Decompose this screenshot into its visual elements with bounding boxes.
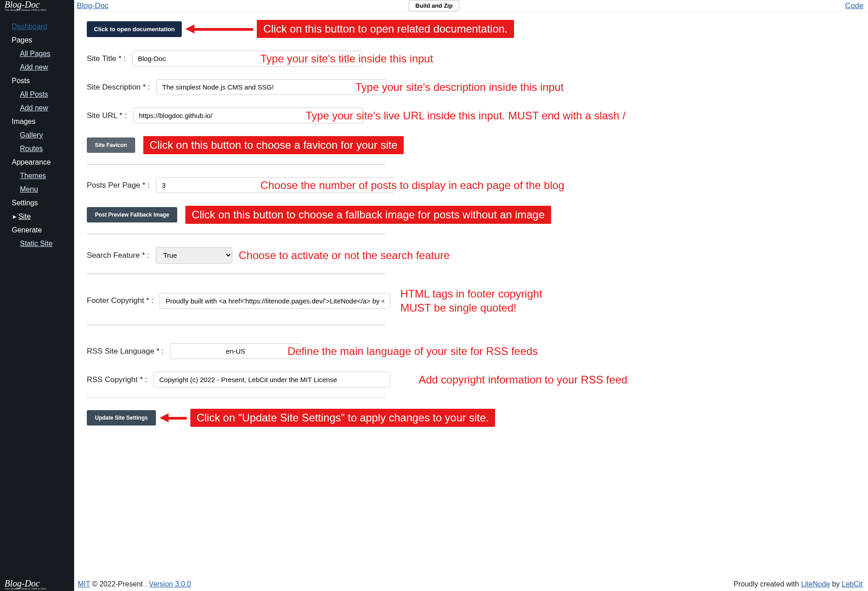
sidebar-posts-add[interactable]: Add new — [0, 101, 74, 115]
arrow-icon — [185, 25, 253, 33]
brand-logo: Blog-Doc The Simplest Node.js CMS & SSG — [0, 0, 74, 12]
update-site-settings-button[interactable]: Update Site Settings — [87, 410, 156, 426]
brand-logo-footer: Blog-Doc The Simplest Node.js CMS & SSG — [0, 577, 74, 591]
sidebar-pages-add[interactable]: Add new — [0, 61, 74, 74]
footer-copyright-text: © 2022-Present . — [90, 580, 149, 588]
sidebar-appearance-heading: Appearance — [0, 156, 74, 169]
site-title-label: Site Title * : — [87, 54, 126, 63]
divider — [87, 234, 385, 234]
build-zip-button[interactable]: Build and Zip — [409, 0, 459, 11]
rss-copyright-label: RSS Copyright * : — [87, 375, 147, 384]
sidebar-dashboard[interactable]: Dashboard — [0, 20, 74, 33]
sidebar-pages-heading: Pages — [0, 33, 74, 47]
annotation-favicon: Click on this button to choose a favicon… — [143, 136, 404, 154]
sidebar-images-heading: Images — [0, 115, 74, 128]
brand-subtitle: The Simplest Node.js CMS & SSG — [5, 587, 46, 590]
code-link[interactable]: Code — [845, 1, 863, 10]
divider — [87, 325, 385, 325]
site-url-label: Site URL * : — [87, 111, 127, 120]
annotation-site-title: Type your site's title inside this input — [260, 52, 433, 65]
sidebar-all-pages[interactable]: All Pages — [0, 47, 74, 61]
sidebar-site[interactable]: Site — [0, 210, 74, 223]
sidebar-all-posts[interactable]: All Posts — [0, 88, 74, 101]
annotation-rss-copy: Add copyright information to your RSS fe… — [419, 374, 627, 386]
brand-subtitle: The Simplest Node.js CMS & SSG — [5, 9, 46, 11]
brand-title: Blog-Doc — [5, 0, 40, 9]
annotation-site-url: Type your site's live URL inside this in… — [306, 109, 626, 122]
sidebar-themes[interactable]: Themes — [0, 169, 74, 183]
posts-per-page-label: Posts Per Page * : — [87, 181, 150, 190]
rss-language-input[interactable] — [170, 343, 301, 359]
sidebar-generate-heading: Generate — [0, 223, 74, 237]
annotation-open-doc: Click on this button to open related doc… — [257, 20, 514, 38]
site-description-label: Site Description * : — [87, 83, 150, 92]
brand-title: Blog-Doc — [5, 578, 40, 588]
footer-copyright-input[interactable] — [160, 293, 390, 309]
lebcit-link[interactable]: LebCit — [842, 580, 863, 588]
litenode-link[interactable]: LiteNode — [801, 580, 830, 588]
footer-by: by — [830, 580, 842, 588]
footer-credit-prefix: Proudly created with — [734, 580, 801, 588]
sidebar-routes[interactable]: Routes — [0, 142, 74, 156]
site-description-input[interactable] — [156, 79, 387, 95]
sidebar: Dashboard Pages All Pages Add new Posts … — [0, 12, 74, 577]
sidebar-menu[interactable]: Menu — [0, 183, 74, 196]
annotation-footer: HTML tags in footer copyright MUST be si… — [400, 287, 554, 315]
sidebar-gallery[interactable]: Gallery — [0, 128, 74, 142]
version-link[interactable]: Version 3.0.0 — [149, 580, 191, 588]
annotation-ppp: Choose the number of posts to display in… — [260, 179, 564, 192]
sidebar-posts-heading: Posts — [0, 74, 74, 88]
mit-link[interactable]: MIT — [78, 580, 90, 588]
divider — [87, 274, 385, 274]
rss-copyright-input[interactable] — [153, 372, 390, 388]
site-link[interactable]: Blog-Doc — [77, 1, 108, 10]
open-documentation-button[interactable]: Click to open documentation — [87, 21, 182, 37]
divider-dashed — [87, 397, 385, 398]
topbar: Blog-Doc The Simplest Node.js CMS & SSG … — [0, 0, 868, 12]
annotation-fallback: Click on this button to choose a fallbac… — [185, 206, 551, 224]
annotation-search: Choose to activate or not the search fea… — [239, 249, 450, 262]
main-content: Click to open documentation Click on thi… — [74, 12, 868, 577]
footer-copyright-label: Footer Copyright * : — [87, 296, 153, 305]
sidebar-settings-heading: Settings — [0, 196, 74, 210]
footer: Blog-Doc The Simplest Node.js CMS & SSG … — [0, 577, 868, 591]
rss-language-label: RSS Site Language * : — [87, 347, 164, 356]
sidebar-static-site[interactable]: Static Site — [0, 237, 74, 251]
arrow-icon — [160, 414, 187, 421]
annotation-update: Click on "Update Site Settings" to apply… — [190, 409, 495, 427]
post-preview-fallback-button[interactable]: Post Preview Fallback Image — [87, 207, 177, 222]
divider — [87, 164, 385, 165]
annotation-rss-lang: Define the main language of your site fo… — [288, 345, 538, 358]
site-favicon-button[interactable]: Site Favicon — [87, 137, 135, 153]
search-feature-select[interactable]: True — [156, 247, 232, 264]
search-feature-label: Search Feature * : — [87, 251, 149, 260]
annotation-site-desc: Type your site's description inside this… — [355, 81, 564, 94]
